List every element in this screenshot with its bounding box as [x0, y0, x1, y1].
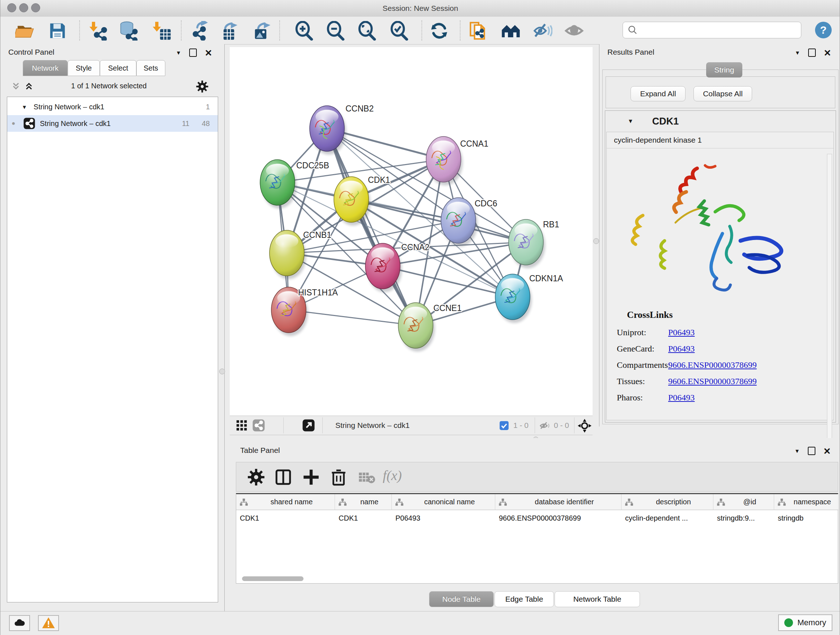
selected-checkbox-icon[interactable] [499, 421, 509, 431]
cloud-status-button[interactable] [9, 615, 30, 631]
column-header-shared-name[interactable]: shared name [236, 494, 335, 510]
network-graph[interactable]: CCNB2CCNA1CDC25BCDK1CDC6RB1CCNB1CCNA2CDK… [230, 47, 592, 416]
results-tab-string[interactable]: String [706, 62, 742, 78]
column-header-label: description [634, 498, 713, 506]
table-cell[interactable]: cyclin-dependent ... [622, 510, 714, 526]
crosslink-value-link[interactable]: P06493 [668, 344, 695, 354]
expand-all-tree-icon[interactable] [24, 81, 34, 91]
delete-column-icon[interactable] [330, 468, 347, 486]
birdseye-pan-icon[interactable] [578, 419, 592, 432]
network-node-RB1[interactable] [508, 219, 545, 268]
string-home-icon[interactable] [501, 21, 521, 41]
import-table-file-icon[interactable] [152, 21, 172, 41]
crosslink-value-link[interactable]: 9606.ENSP00000378699 [668, 360, 757, 370]
tab-sets[interactable]: Sets [136, 60, 165, 76]
delete-table-icon [357, 468, 376, 486]
network-row-selected[interactable]: ● String Network – cdk1 11 48 [7, 115, 218, 132]
zoom-out-icon[interactable] [326, 21, 346, 41]
protein-card-header[interactable]: ▼ CDK1 [605, 111, 836, 132]
network-node-CDC6[interactable] [441, 198, 477, 247]
table-cell[interactable]: stringdb [774, 510, 838, 526]
zoom-selected-icon[interactable] [390, 21, 409, 41]
collapse-all-tree-icon[interactable] [11, 81, 21, 91]
tab-network-table[interactable]: Network Table [554, 591, 640, 607]
table-cell[interactable]: P06493 [392, 510, 495, 526]
show-glass-eye-icon[interactable] [564, 21, 584, 41]
panel-float-icon[interactable]: ▼ [794, 448, 800, 454]
panel-close-icon[interactable]: ✕ [824, 49, 831, 57]
results-panel: Results Panel ▼ ✕ String Expand All Coll… [599, 44, 840, 426]
panel-close-icon[interactable]: ✕ [823, 448, 831, 455]
panel-maximize-icon[interactable] [808, 49, 816, 57]
add-column-icon[interactable] [302, 468, 320, 486]
network-node-CCNB1[interactable] [270, 230, 306, 279]
panel-float-icon[interactable]: ▼ [176, 50, 181, 56]
network-node-CDKN1A[interactable] [495, 274, 532, 323]
export-network-icon[interactable] [190, 21, 210, 41]
panel-maximize-icon[interactable] [189, 49, 197, 57]
crosslink-value-link[interactable]: 9606.ENSP00000378699 [668, 377, 757, 386]
panel-splitter-handle[interactable] [219, 369, 225, 374]
network-collection-row[interactable]: ▼ String Network – cdk1 1 [7, 98, 218, 115]
collapse-all-button[interactable]: Collapse All [693, 86, 752, 101]
network-node-CCNA1[interactable] [426, 136, 463, 185]
network-node-CDK1[interactable] [334, 177, 370, 226]
export-image-icon[interactable] [253, 21, 272, 41]
network-node-CCNE1[interactable] [398, 302, 435, 352]
open-session-icon[interactable] [15, 21, 35, 41]
column-header-namespace[interactable]: namespace [774, 494, 838, 510]
column-header-canonical-name[interactable]: canonical name [392, 494, 495, 510]
tab-edge-table[interactable]: Edge Table [494, 591, 554, 607]
window-zoom-button[interactable] [31, 3, 40, 12]
results-splitter-handle[interactable] [593, 238, 599, 244]
hide-glass-eye-icon[interactable] [533, 21, 553, 41]
table-horizontal-scrollbar[interactable] [242, 576, 303, 581]
detach-view-icon[interactable] [302, 419, 315, 432]
table-gear-icon[interactable] [247, 468, 265, 486]
tab-network[interactable]: Network [23, 60, 68, 76]
column-header-database-identifier[interactable]: database identifier [495, 494, 622, 510]
crosslink-value-link[interactable]: P06493 [668, 328, 695, 337]
window-close-button[interactable] [7, 3, 16, 12]
zoom-fit-icon[interactable] [357, 21, 377, 41]
panel-float-icon[interactable]: ▼ [795, 50, 800, 56]
window-minimize-button[interactable] [19, 3, 28, 12]
expand-all-button[interactable]: Expand All [630, 86, 685, 101]
card-caret-icon[interactable]: ▼ [628, 118, 633, 125]
zoom-in-icon[interactable] [294, 21, 314, 41]
import-network-file-icon[interactable] [88, 21, 108, 41]
memory-button[interactable]: Memory [778, 614, 832, 631]
crosslink-value-link[interactable]: P06493 [668, 393, 695, 402]
column-header--id[interactable]: @id [714, 494, 774, 510]
node-table[interactable]: shared namenamecanonical namedatabase id… [236, 493, 838, 584]
gear-icon[interactable] [196, 80, 209, 93]
save-session-icon[interactable] [48, 21, 67, 41]
column-header-description[interactable]: description [622, 494, 714, 510]
search-box[interactable] [622, 22, 801, 38]
panel-maximize-icon[interactable] [808, 447, 815, 455]
network-node-CCNA2[interactable] [365, 243, 402, 292]
show-columns-icon[interactable] [274, 468, 292, 486]
table-cell[interactable]: 9606.ENSP00000378699 [495, 510, 622, 526]
tab-style[interactable]: Style [68, 60, 100, 76]
table-cell[interactable]: stringdb:9... [714, 510, 774, 526]
clone-network-icon[interactable] [469, 21, 488, 41]
tab-select[interactable]: Select [100, 60, 136, 76]
panel-close-icon[interactable]: ✕ [205, 49, 212, 57]
column-header-name[interactable]: name [335, 494, 392, 510]
table-cell[interactable]: CDK1 [236, 510, 335, 526]
search-input[interactable] [640, 26, 801, 35]
table-panel-title: Table Panel [240, 446, 280, 455]
tab-node-table[interactable]: Node Table [429, 591, 494, 607]
warning-status-button[interactable] [38, 615, 59, 631]
export-table-icon[interactable] [220, 21, 240, 41]
table-cell[interactable]: CDK1 [335, 510, 392, 526]
grid-view-icon[interactable] [235, 419, 248, 432]
help-button[interactable]: ? [815, 22, 832, 38]
string-view-icon[interactable] [252, 419, 265, 432]
import-network-database-icon[interactable] [118, 21, 138, 41]
tree-caret-icon[interactable]: ▼ [22, 104, 27, 110]
network-node-CCNB2[interactable] [309, 106, 346, 155]
refresh-network-icon[interactable] [429, 21, 449, 41]
results-scrollbar[interactable] [827, 154, 832, 440]
